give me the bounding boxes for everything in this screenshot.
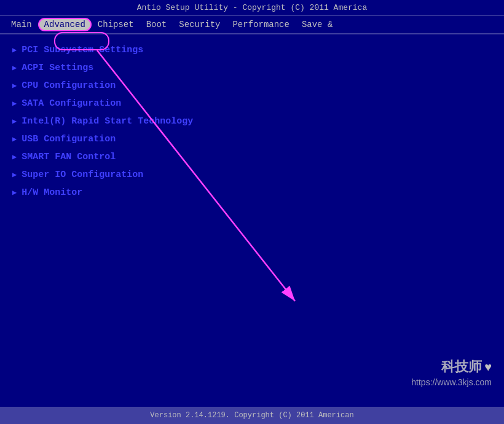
entry-arrow-icon: ▶ bbox=[12, 63, 17, 73]
entry-label: PCI Subsystem Settings bbox=[22, 45, 143, 55]
menu-item-advanced[interactable]: Advanced bbox=[38, 18, 92, 31]
bottom-bar: Version 2.14.1219. Copyright (C) 2011 Am… bbox=[0, 407, 504, 424]
menu-bar: MainAdvancedChipsetBootSecurityPerforman… bbox=[0, 16, 504, 34]
menu-entry-acpi-settings[interactable]: ▶ACPI Settings bbox=[12, 62, 492, 74]
menu-entry-sata-config[interactable]: ▶SATA Configuration bbox=[12, 98, 492, 109]
entry-label: SMART FAN Control bbox=[22, 152, 116, 162]
menu-item-save[interactable]: Save & bbox=[296, 18, 339, 31]
menu-entry-cpu-config[interactable]: ▶CPU Configuration bbox=[12, 80, 492, 92]
menu-entry-hw-monitor[interactable]: ▶H/W Monitor bbox=[12, 187, 492, 198]
entry-arrow-icon: ▶ bbox=[12, 152, 17, 162]
menu-entry-smart-fan[interactable]: ▶SMART FAN Control bbox=[12, 151, 492, 163]
menu-entry-intel-rapid[interactable]: ▶Intel(R) Rapid Start Technology bbox=[12, 116, 492, 127]
entry-label: SATA Configuration bbox=[22, 98, 121, 109]
menu-item-security[interactable]: Security bbox=[173, 18, 226, 31]
version-text: Version 2.14.1219. Copyright (C) 2011 Am… bbox=[150, 411, 353, 420]
title-bar: Antio Setup Utility - Copyright (C) 2011… bbox=[0, 0, 504, 16]
entry-arrow-icon: ▶ bbox=[12, 81, 17, 90]
entry-label: ACPI Settings bbox=[22, 63, 93, 73]
entry-arrow-icon: ▶ bbox=[12, 99, 17, 108]
entry-label: Intel(R) Rapid Start Technology bbox=[22, 116, 193, 127]
menu-entry-pci-subsystem[interactable]: ▶PCI Subsystem Settings bbox=[12, 44, 492, 56]
menu-item-performance[interactable]: Performance bbox=[226, 18, 295, 31]
menu-item-chipset[interactable]: Chipset bbox=[92, 18, 140, 31]
content-area: ▶PCI Subsystem Settings▶ACPI Settings▶CP… bbox=[0, 34, 504, 407]
entry-arrow-icon: ▶ bbox=[12, 45, 17, 55]
entry-arrow-icon: ▶ bbox=[12, 135, 17, 144]
menu-item-main[interactable]: Main bbox=[5, 18, 38, 31]
title-text: Antio Setup Utility - Copyright (C) 2011… bbox=[137, 3, 367, 12]
entry-label: Super IO Configuration bbox=[22, 170, 143, 180]
entry-label: USB Configuration bbox=[22, 134, 116, 144]
menu-item-boot[interactable]: Boot bbox=[140, 18, 173, 31]
menu-entry-usb-config[interactable]: ▶USB Configuration bbox=[12, 133, 492, 145]
entry-arrow-icon: ▶ bbox=[12, 170, 17, 179]
entry-arrow-icon: ▶ bbox=[12, 117, 17, 126]
entry-label: CPU Configuration bbox=[22, 80, 116, 91]
menu-entry-super-io[interactable]: ▶Super IO Configuration bbox=[12, 169, 492, 181]
entry-label: H/W Monitor bbox=[22, 187, 82, 198]
entry-arrow-icon: ▶ bbox=[12, 188, 17, 197]
